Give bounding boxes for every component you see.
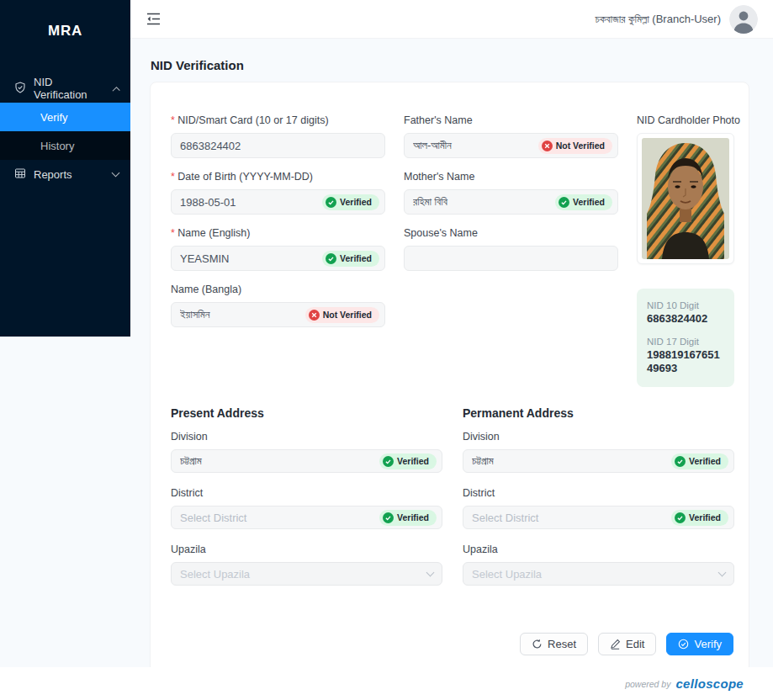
check-circle-icon	[326, 197, 336, 208]
sidebar-item-label: History	[40, 140, 74, 152]
user-name: চকবাজার কুমিল্লা (Branch-User)	[596, 13, 721, 26]
cardholder-photo	[637, 133, 734, 264]
action-buttons: Reset Edit Verify	[171, 633, 733, 655]
celloscope-logo: celloscope	[675, 676, 744, 691]
chevron-down-icon	[718, 569, 727, 577]
sidebar-item-history[interactable]: History	[0, 131, 130, 160]
permanent-upazila-select[interactable]: Select Upazila	[463, 562, 734, 586]
sidebar-item-nid-verification[interactable]: NID Verification	[0, 74, 130, 103]
spouse-name-input[interactable]	[404, 246, 618, 271]
sidebar-item-label: NID Verification	[34, 76, 98, 101]
edit-label: Edit	[626, 638, 644, 650]
powered-by-text: powered by	[625, 679, 670, 689]
nid-input[interactable]: 6863824402	[171, 133, 385, 158]
nid17-value: 19881916765149693	[647, 348, 724, 375]
present-upazila-placeholder: Select Upazila	[180, 568, 427, 581]
present-address-section: Present Address Division চট্টগ্রাম Verif…	[171, 406, 442, 599]
form-column-left: NID/Smart Card (10 or 17 digits) 6863824…	[171, 114, 385, 387]
check-circle-icon	[326, 253, 336, 264]
present-district-input[interactable]: Select District Verified	[171, 506, 442, 529]
check-circle-icon	[559, 197, 569, 208]
page-title: NID Verification	[130, 39, 773, 72]
verified-badge: Verified	[555, 194, 612, 210]
sidebar-item-verify[interactable]: Verify	[0, 103, 130, 131]
edit-button[interactable]: Edit	[598, 633, 656, 655]
upazila-label: Upazila	[171, 543, 442, 556]
x-circle-icon	[542, 141, 553, 151]
chevron-down-icon	[426, 569, 435, 577]
table-icon	[14, 167, 26, 182]
permanent-upazila-placeholder: Select Upazila	[472, 568, 719, 581]
check-circle-icon	[675, 456, 686, 467]
present-division-input[interactable]: চট্টগ্রাম Verified	[171, 449, 442, 473]
verify-label: Verify	[694, 638, 722, 650]
nid-verification-card: NID/Smart Card (10 or 17 digits) 6863824…	[150, 82, 749, 673]
present-upazila-select[interactable]: Select Upazila	[171, 562, 442, 586]
present-address-title: Present Address	[171, 406, 442, 420]
reset-icon	[532, 639, 543, 650]
nid10-label: NID 10 Digit	[647, 300, 724, 310]
main-content: NID Verification NID/Smart Card (10 or 1…	[130, 39, 773, 673]
verified-badge: Verified	[322, 251, 379, 267]
father-name-label: Father's Name	[404, 114, 618, 127]
not-verified-badge: Not Verified	[538, 138, 612, 154]
verified-badge: Verified	[671, 510, 728, 526]
name-english-value: YEASMIN	[180, 252, 322, 265]
district-label: District	[463, 486, 734, 500]
permanent-address-title: Permanent Address	[463, 406, 734, 420]
check-circle-icon	[383, 456, 394, 467]
sidebar-item-label: Verify	[40, 111, 68, 124]
menu-fold-icon[interactable]	[144, 10, 162, 29]
not-verified-badge: Not Verified	[305, 307, 379, 323]
nid-label: NID/Smart Card (10 or 17 digits)	[171, 114, 385, 127]
chevron-up-icon	[112, 86, 119, 93]
name-bangla-input[interactable]: ইয়াসমিন Not Verified	[171, 302, 385, 327]
verified-badge: Verified	[379, 510, 437, 526]
check-circle-icon	[383, 512, 394, 523]
verified-badge: Verified	[671, 453, 728, 469]
nid-value: 6863824402	[180, 140, 379, 152]
dob-value: 1988-05-01	[180, 196, 322, 209]
page-footer: powered by celloscope	[0, 667, 773, 700]
upazila-label: Upazila	[463, 543, 734, 556]
father-name-input[interactable]: আল-আমীন Not Verified	[404, 133, 618, 158]
permanent-district-input[interactable]: Select District Verified	[463, 506, 734, 529]
division-label: Division	[171, 430, 442, 443]
sidebar-item-label: Reports	[34, 168, 72, 181]
check-circle-icon	[675, 512, 686, 523]
top-header: চকবাজার কুমিল্লা (Branch-User)	[130, 0, 773, 39]
reset-button[interactable]: Reset	[520, 633, 588, 655]
app-logo: MRA	[0, 0, 130, 59]
x-circle-icon	[309, 310, 320, 321]
nid17-label: NID 17 Digit	[647, 337, 724, 347]
sidebar-item-reports[interactable]: Reports	[0, 160, 130, 188]
nid10-value: 6863824402	[647, 312, 724, 326]
verified-badge: Verified	[322, 194, 379, 210]
check-circle-icon	[678, 639, 689, 650]
verify-button[interactable]: Verify	[666, 633, 733, 655]
verified-badge: Verified	[379, 453, 437, 469]
permanent-division-value: চট্টগ্রাম	[472, 454, 671, 468]
sidebar: MRA NID Verification Verify History Repo…	[0, 0, 130, 337]
cardholder-photo-label: NID Cardholder Photo	[637, 114, 734, 127]
mother-name-value: রহিমা বিবি	[413, 195, 555, 209]
division-label: Division	[463, 430, 734, 443]
permanent-division-input[interactable]: চট্টগ্রাম Verified	[463, 449, 734, 473]
dob-input[interactable]: 1988-05-01 Verified	[171, 189, 385, 215]
dob-label: Date of Birth (YYYY-MM-DD)	[171, 170, 385, 183]
user-avatar-icon[interactable]	[729, 5, 758, 34]
form-column-right: NID Cardholder Photo	[637, 114, 734, 387]
district-label: District	[171, 486, 442, 500]
name-english-input[interactable]: YEASMIN Verified	[171, 246, 385, 271]
edit-icon	[610, 639, 621, 650]
mother-name-label: Mother's Name	[404, 170, 618, 183]
reset-label: Reset	[548, 638, 576, 650]
permanent-district-placeholder: Select District	[472, 512, 671, 524]
father-name-value: আল-আমীন	[413, 139, 538, 152]
name-bangla-label: Name (Bangla)	[171, 283, 385, 296]
mother-name-input[interactable]: রহিমা বিবি Verified	[404, 189, 618, 215]
name-english-label: Name (English)	[171, 226, 385, 240]
form-column-middle: Father's Name আল-আমীন Not Verified Mothe…	[404, 114, 618, 387]
present-district-placeholder: Select District	[180, 512, 379, 524]
chevron-down-icon	[112, 169, 120, 178]
